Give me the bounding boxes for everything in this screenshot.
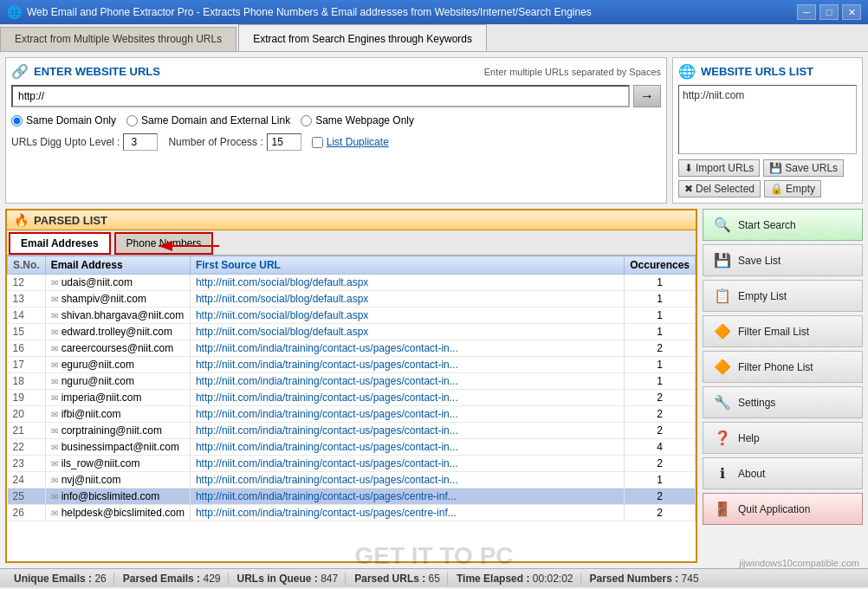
table-row[interactable]: 21 ✉corptraining@niit.com http://niit.co…	[8, 423, 696, 439]
table-row[interactable]: 13 ✉shampiv@niit.com http://niit.com/soc…	[8, 291, 696, 307]
close-button[interactable]: ✕	[842, 4, 861, 20]
cell-url: http://niit.com/india/training/contact-u…	[190, 373, 624, 390]
sidebar-btn-settings[interactable]: 🔧 Settings	[703, 386, 863, 418]
data-table[interactable]: S.No. Email Address First Source URL Occ…	[7, 256, 696, 561]
table-row[interactable]: 22 ✉businessimpact@niit.com http://niit.…	[8, 439, 696, 456]
cell-sno: 24	[8, 472, 46, 489]
table-row[interactable]: 17 ✉eguru@niit.com http://niit.com/india…	[8, 357, 696, 373]
cell-email: ✉imperia@niit.com	[45, 390, 190, 406]
status-parsed-urls: Parsed URLs : 65	[347, 573, 448, 585]
sidebar-btn-empty-list[interactable]: 📋 Empty List	[703, 280, 863, 312]
sidebar-btn-save-list[interactable]: 💾 Save List	[703, 244, 863, 276]
list-duplicate-check[interactable]: List Duplicate	[312, 136, 389, 148]
cell-sno: 21	[8, 423, 46, 439]
cell-email: ✉careercourses@niit.com	[45, 340, 190, 357]
table-row[interactable]: 12 ✉udais@niit.com http://niit.com/socia…	[8, 275, 696, 291]
sidebar-btn-quit[interactable]: 🚪 Quit Application	[703, 493, 863, 525]
empty-icon: 🔒	[770, 183, 783, 195]
minimize-button[interactable]: ─	[797, 4, 816, 20]
maximize-button[interactable]: □	[819, 4, 839, 20]
status-unique-emails: Unique Emails : 26	[7, 573, 114, 585]
cell-occ: 2	[625, 423, 696, 439]
cell-url: http://niit.com/india/training/contact-u…	[190, 505, 624, 521]
del-icon: ✖	[684, 183, 693, 195]
start-search-icon: 🔍	[714, 217, 731, 233]
radio-same-domain-ext[interactable]: Same Domain and External Link	[126, 114, 290, 126]
del-selected-button[interactable]: ✖ Del Selected	[678, 180, 761, 197]
window-controls: ─ □ ✕	[797, 4, 861, 20]
cell-email: ✉info@bicslimited.com	[45, 489, 190, 505]
url-panel-title: ENTER WEBSITE URLs	[34, 65, 160, 78]
cell-url: http://niit.com/social/blog/default.aspx	[190, 307, 624, 324]
about-icon: ℹ	[714, 465, 731, 482]
empty-list-icon: 📋	[714, 288, 731, 304]
sidebar-btn-about[interactable]: ℹ About	[703, 457, 863, 489]
cell-email: ✉eguru@niit.com	[45, 357, 190, 373]
cell-sno: 20	[8, 406, 46, 423]
col-sno: S.No.	[8, 256, 46, 275]
table-row[interactable]: 14 ✉shivan.bhargava@niit.com http://niit…	[8, 307, 696, 324]
help-label: Help	[738, 432, 760, 444]
cell-url: http://niit.com/india/training/contact-u…	[190, 340, 624, 357]
about-label: About	[738, 468, 765, 480]
url-input[interactable]	[11, 85, 630, 107]
url-list-content[interactable]: http://niit.com	[678, 85, 857, 154]
app-body: 🔗 ENTER WEBSITE URLs Enter multiple URLs…	[0, 52, 868, 568]
cell-occ: 1	[625, 472, 696, 489]
parsed-section: 🔥 PARSED LIST Email Addreses Phone Numbe…	[0, 209, 868, 568]
save-list-icon: 💾	[714, 252, 731, 269]
fire-icon: 🔥	[14, 213, 29, 227]
cell-sno: 15	[8, 324, 46, 340]
table-row[interactable]: 23 ✉ils_row@niit.com http://niit.com/ind…	[8, 456, 696, 472]
cell-sno: 17	[8, 357, 46, 373]
sidebar-btn-help[interactable]: ❓ Help	[703, 422, 863, 454]
sidebar-btn-filter-phone[interactable]: 🔶 Filter Phone List	[703, 351, 863, 383]
table-row[interactable]: 26 ✉helpdesk@bicslimited.com http://niit…	[8, 505, 696, 521]
options-row: URLs Digg Upto Level : Number of Process…	[11, 133, 661, 151]
parsed-tabs: Email Addreses Phone Numbers	[7, 230, 696, 256]
right-sidebar: 🔍 Start Search 💾 Save List 📋 Empty List …	[703, 209, 863, 563]
num-process-input[interactable]	[267, 133, 301, 151]
radio-same-webpage[interactable]: Same Webpage Only	[301, 114, 414, 126]
empty-list-label: Empty List	[738, 290, 787, 302]
tab-phone-numbers[interactable]: Phone Numbers	[114, 232, 214, 255]
cell-sno: 12	[8, 275, 46, 291]
urls-digg-input[interactable]	[123, 133, 158, 151]
cell-occ: 2	[625, 340, 696, 357]
radio-same-domain[interactable]: Same Domain Only	[11, 114, 116, 126]
table-row[interactable]: 16 ✉careercourses@niit.com http://niit.c…	[8, 340, 696, 357]
cell-email: ✉helpdesk@bicslimited.com	[45, 505, 190, 521]
table-row[interactable]: 15 ✉edward.trolley@niit.com http://niit.…	[8, 324, 696, 340]
parsed-panel-title: PARSED LIST	[34, 214, 107, 227]
cell-url: http://niit.com/social/blog/default.aspx	[190, 291, 624, 307]
cell-email: ✉nvj@niit.com	[45, 472, 190, 489]
table-row[interactable]: 20 ✉ifbi@niit.com http://niit.com/india/…	[8, 406, 696, 423]
top-section: 🔗 ENTER WEBSITE URLs Enter multiple URLs…	[0, 52, 868, 209]
import-icon: ⬇	[684, 162, 693, 174]
tab-email-addresses[interactable]: Email Addreses	[9, 232, 111, 255]
url-list-actions: ⬇ Import URLs 💾 Save URLs ✖ Del Selected…	[678, 159, 857, 197]
table-row[interactable]: 19 ✉imperia@niit.com http://niit.com/ind…	[8, 390, 696, 406]
urls-digg-group: URLs Digg Upto Level :	[11, 133, 158, 151]
window-title: Web Email and Phone Extractor Pro - Extr…	[27, 6, 797, 18]
cell-email: ✉shampiv@niit.com	[45, 291, 190, 307]
table-row[interactable]: 25 ✉info@bicslimited.com http://niit.com…	[8, 489, 696, 505]
import-urls-button[interactable]: ⬇ Import URLs	[678, 159, 760, 177]
sidebar-btn-start-search[interactable]: 🔍 Start Search	[703, 209, 863, 241]
radio-row: Same Domain Only Same Domain and Externa…	[11, 114, 661, 126]
table-row[interactable]: 24 ✉nvj@niit.com http://niit.com/india/t…	[8, 472, 696, 489]
cell-occ: 1	[625, 324, 696, 340]
globe-icon: 🌐	[678, 63, 696, 80]
num-process-group: Number of Process :	[168, 133, 301, 151]
url-list-panel: 🌐 WEBSITE URLs LIST http://niit.com ⬇ Im…	[672, 57, 863, 204]
save-urls-button[interactable]: 💾 Save URLs	[763, 159, 844, 177]
empty-urls-button[interactable]: 🔒 Empty	[764, 180, 821, 197]
tab-search-engines[interactable]: Extract from Search Engines through Keyw…	[238, 24, 487, 51]
sidebar-btn-filter-email[interactable]: 🔶 Filter Email List	[703, 315, 863, 347]
url-go-button[interactable]: →	[633, 85, 661, 107]
table-row[interactable]: 18 ✉nguru@niit.com http://niit.com/india…	[8, 373, 696, 390]
tab-websites[interactable]: Extract from Multiple Websites through U…	[0, 27, 236, 51]
url-input-row: →	[11, 85, 661, 107]
cell-email: ✉ils_row@niit.com	[45, 456, 190, 472]
cell-occ: 1	[625, 275, 696, 291]
